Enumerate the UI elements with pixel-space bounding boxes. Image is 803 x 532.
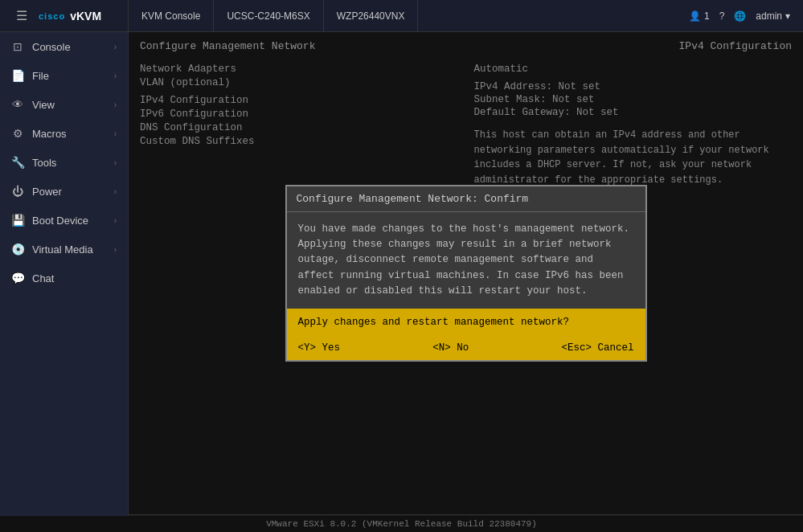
chevron-right-icon: › <box>114 72 117 80</box>
help-button[interactable]: ? <box>719 10 725 22</box>
sidebar-item-power[interactable]: ⏻ Power › <box>0 177 128 206</box>
sidebar-item-label-macros: Macros <box>32 128 67 140</box>
user-count-label: 1 <box>704 10 710 22</box>
chevron-right-icon: › <box>114 245 117 254</box>
sidebar-item-label-file: File <box>32 70 49 82</box>
sidebar-item-tools[interactable]: 🔧 Tools › <box>0 148 128 177</box>
dialog-no-button[interactable]: <N> No <box>432 342 469 354</box>
sidebar-item-file[interactable]: 📄 File › <box>0 61 128 90</box>
file-icon: 📄 <box>11 69 24 82</box>
help-icon: ? <box>719 10 725 22</box>
sidebar-item-label-view: View <box>32 99 55 111</box>
chevron-right-icon: › <box>114 129 117 138</box>
header-tabs: KVM Console UCSC-C240-M6SX WZP26440VNX <box>129 0 676 31</box>
header-right: 👤 1 ? 🌐 admin ▾ <box>676 10 803 22</box>
app-logo: ☰ cisco vKVM <box>0 0 129 31</box>
sidebar-item-label-boot: Boot Device <box>32 215 88 227</box>
content-area: Configure Management Network IPv4 Config… <box>129 32 803 532</box>
sidebar-item-label-chat: Chat <box>32 272 54 284</box>
sidebar-item-label-media: Virtual Media <box>32 243 93 256</box>
globe-icon: 🌐 <box>734 10 746 22</box>
sidebar-item-view[interactable]: 👁 View › <box>0 90 128 119</box>
user-count[interactable]: 👤 1 <box>689 10 710 22</box>
main-layout: ⊡ Console › 📄 File › 👁 View › ⚙ Macros <box>0 32 803 532</box>
chevron-right-icon: › <box>114 216 117 225</box>
sidebar: ⊡ Console › 📄 File › 👁 View › ⚙ Macros <box>0 32 129 532</box>
tools-icon: 🔧 <box>11 156 24 169</box>
power-icon: ⏻ <box>11 185 24 198</box>
cisco-brand: cisco <box>39 11 65 21</box>
admin-user[interactable]: admin ▾ <box>756 10 790 22</box>
sidebar-item-macros[interactable]: ⚙ Macros › <box>0 119 128 148</box>
vmware-text: VMware ESXi 8.0.2 (VMKernel Release Buil… <box>266 519 537 529</box>
media-icon: 💿 <box>11 243 24 256</box>
chevron-down-icon: ▾ <box>785 10 790 22</box>
sidebar-item-label-tools: Tools <box>32 157 56 169</box>
header: ☰ cisco vKVM KVM Console UCSC-C240-M6SX … <box>0 0 803 32</box>
sidebar-item-label-power: Power <box>32 186 62 198</box>
chevron-right-icon: › <box>114 158 117 167</box>
boot-icon: 💾 <box>11 214 24 227</box>
dialog-title: Configure Management Network: Confirm <box>287 186 645 212</box>
confirm-dialog: Configure Management Network: Confirm Yo… <box>285 185 647 362</box>
chevron-right-icon: › <box>114 187 117 196</box>
sidebar-item-chat[interactable]: 💬 Chat <box>0 264 128 293</box>
sidebar-item-console[interactable]: ⊡ Console › <box>0 32 128 61</box>
dialog-prompt: Apply changes and restart management net… <box>287 309 645 336</box>
tab-ucsc[interactable]: UCSC-C240-M6SX <box>214 0 323 31</box>
chevron-right-icon: › <box>114 43 117 51</box>
vmware-bar: VMware ESXi 8.0.2 (VMKernel Release Buil… <box>0 516 803 532</box>
language-button[interactable]: 🌐 <box>734 10 746 22</box>
sidebar-item-label-console: Console <box>32 41 71 53</box>
terminal[interactable]: Configure Management Network IPv4 Config… <box>129 32 803 514</box>
dialog-yes-button[interactable]: <Y> Yes <box>298 342 341 354</box>
chat-icon: 💬 <box>11 272 24 284</box>
chevron-right-icon: › <box>114 100 117 109</box>
tab-kvm-console[interactable]: KVM Console <box>129 0 214 31</box>
app-name: vKVM <box>70 10 101 23</box>
console-icon: ⊡ <box>11 40 24 53</box>
dialog-actions: <Y> Yes <N> No <Esc> Cancel <box>287 336 645 360</box>
view-icon: 👁 <box>11 98 24 111</box>
person-icon: 👤 <box>689 10 701 22</box>
sidebar-item-boot-device[interactable]: 💾 Boot Device › <box>0 206 128 235</box>
dialog-overlay: Configure Management Network: Confirm Yo… <box>129 32 803 514</box>
tab-wzp[interactable]: WZP26440VNX <box>324 0 419 31</box>
dialog-body: You have made changes to the host's mana… <box>287 212 645 309</box>
sidebar-item-virtual-media[interactable]: 💿 Virtual Media › <box>0 235 128 264</box>
hamburger-menu[interactable]: ☰ <box>10 8 34 23</box>
dialog-cancel-button[interactable]: <Esc> Cancel <box>561 342 633 354</box>
macros-icon: ⚙ <box>11 127 24 140</box>
admin-label: admin <box>756 10 782 22</box>
